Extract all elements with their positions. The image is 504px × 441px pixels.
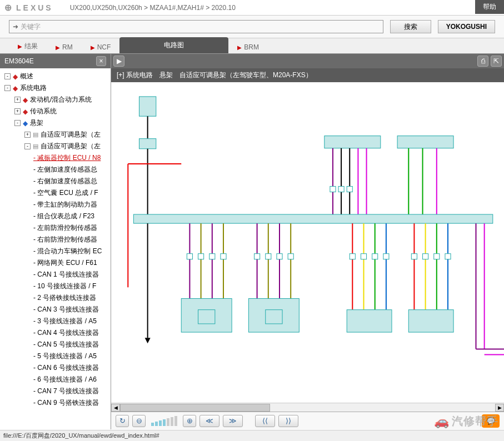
sidebar-close-button[interactable]: × <box>96 56 106 66</box>
tree-item[interactable]: +◆发动机/混合动力系统 <box>0 94 111 106</box>
tree-item[interactable]: - CAN 1 号接线连接器 <box>0 269 111 280</box>
prev-page-button[interactable]: ⟨⟨ <box>255 415 275 427</box>
expand-icon[interactable]: + <box>24 132 31 138</box>
expand-icon[interactable]: - <box>14 120 21 126</box>
tree-item[interactable]: - 混合动力车辆控制 EC <box>0 245 111 257</box>
last-page-button[interactable]: ≫ <box>223 415 243 427</box>
tree-label: - 空气囊 ECU 总成 / F <box>33 188 98 198</box>
tree-label: 系统电路 <box>20 83 47 93</box>
svg-rect-61 <box>330 187 336 192</box>
diagram-toolbar: ▶ ⎙ ⇱ <box>111 54 504 68</box>
tree-label: - 网络网关 ECU / F61 <box>33 258 97 268</box>
zoom-out-button[interactable]: ⊖ <box>132 415 146 427</box>
doc-icon: ▤ <box>33 131 38 138</box>
tree-item[interactable]: -▤自适应可调悬架（左 <box>0 141 111 152</box>
tree-item[interactable]: - CAN 6 号接线连接器 <box>0 362 111 374</box>
tree-item[interactable]: - 空气囊 ECU 总成 / F <box>0 187 111 199</box>
search-arrow-icon: ➜ <box>13 23 18 31</box>
diagram-title: [+] 系统电路 悬架 自适应可调悬架（左驾驶车型、M20A-FXS） <box>111 68 504 82</box>
tree-item[interactable]: -◆概述 <box>0 71 111 82</box>
print-button[interactable]: ⎙ <box>477 56 488 67</box>
zoom-level-indicator[interactable] <box>149 416 179 426</box>
svg-rect-52 <box>288 254 293 259</box>
car-icon: 🚗 <box>434 414 450 429</box>
tree-item[interactable]: - CAN 9 号搭铁连接器 <box>0 397 111 409</box>
search-button[interactable]: 搜索 <box>390 20 431 33</box>
tree-item[interactable]: +▤自适应可调悬架（左 <box>0 129 111 141</box>
svg-rect-16 <box>133 214 492 223</box>
tree-item[interactable]: - 2 号搭铁接线连接器 <box>0 292 111 304</box>
tree-label: - 右前防滑控制传感器 <box>33 235 97 244</box>
tree-item[interactable]: +◆传动系统 <box>0 106 111 117</box>
expand-icon[interactable]: - <box>4 73 11 79</box>
tree-item[interactable]: - 右前防滑控制传感器 <box>0 234 111 245</box>
tree-item[interactable]: - 5 号接线连接器 / A5 <box>0 350 111 362</box>
tree-item[interactable]: - 3 号接线连接器 / A5 <box>0 315 111 327</box>
app-header: ⊕LEXUS UX200,UX250h,UX260h > MZAA1#,MZAH… <box>0 0 504 16</box>
search-input[interactable]: ➜ 关键字 <box>9 20 383 33</box>
scroll-left-button[interactable]: ◀ <box>111 404 120 412</box>
scroll-right-button[interactable]: ▶ <box>495 404 504 412</box>
tree-label: - 组合仪表总成 / F23 <box>33 212 94 221</box>
tab-ncf[interactable]: ▶NCF <box>82 41 120 53</box>
tree-item[interactable]: - CAN 5 号接线连接器 <box>0 339 111 350</box>
zoom-in-button[interactable]: ⊕ <box>183 415 196 427</box>
tree-item[interactable]: - 6 号接线连接器 / A6 <box>0 374 111 385</box>
play-button[interactable]: ▶ <box>113 56 124 67</box>
tab-rm[interactable]: ▶RM <box>47 41 82 53</box>
tree-label: - 2 号搭铁接线连接器 <box>33 293 96 303</box>
tree-label: - 6 号接线连接器 / A6 <box>33 375 97 384</box>
circuit-diagram[interactable] <box>111 82 504 403</box>
tree-item[interactable]: - CAN 7 号接线连接器 <box>0 385 111 397</box>
tree-label: - 右侧加速度传感器总 <box>33 177 97 186</box>
svg-rect-7 <box>397 136 453 148</box>
diagram-area: ▶ ⎙ ⇱ [+] 系统电路 悬架 自适应可调悬架（左驾驶车型、M20A-FXS… <box>111 54 504 429</box>
svg-rect-48 <box>221 254 226 259</box>
book-icon: ◆ <box>13 84 18 92</box>
yokogushi-button[interactable]: YOKOGUSHI <box>438 20 495 33</box>
refresh-button[interactable]: ↻ <box>116 415 129 427</box>
svg-rect-50 <box>266 254 271 259</box>
book-icon: ◆ <box>23 108 28 116</box>
tree-item[interactable]: - 左前防滑控制传感器 <box>0 222 111 234</box>
doc-icon: ▤ <box>33 143 38 150</box>
tree-item[interactable]: - 10 号接线连接器 / F <box>0 280 111 292</box>
help-button[interactable]: 帮助 <box>475 0 504 14</box>
tree-item[interactable]: - 左侧加速度传感器总 <box>0 164 111 176</box>
tree-item[interactable]: - 减振器控制 ECU / N8 <box>0 152 111 164</box>
export-button[interactable]: ⇱ <box>491 56 502 67</box>
svg-rect-40 <box>408 310 453 332</box>
tab-ewd[interactable]: 电路图 <box>119 37 228 53</box>
nav-tree[interactable]: -◆概述-◆系统电路+◆发动机/混合动力系统+◆传动系统-◆悬架+▤自适应可调悬… <box>0 68 111 429</box>
tree-item[interactable]: - CAN 3 号接线连接器 <box>0 304 111 315</box>
tab-brm[interactable]: ▶BRM <box>228 41 268 53</box>
tree-item[interactable]: - 网络网关 ECU / F61 <box>0 257 111 269</box>
tree-item[interactable]: - 带主缸的制动助力器 <box>0 199 111 211</box>
svg-rect-46 <box>198 254 204 259</box>
svg-rect-47 <box>209 254 215 259</box>
tree-item[interactable]: -◆系统电路 <box>0 82 111 94</box>
expand-icon[interactable]: - <box>24 143 31 149</box>
tree-label: 概述 <box>20 72 33 81</box>
svg-rect-57 <box>411 254 417 259</box>
tree-label: - CAN 6 号接线连接器 <box>33 363 99 373</box>
expand-icon[interactable]: + <box>14 108 21 114</box>
expand-icon[interactable]: - <box>4 85 11 91</box>
sidebar-title: EM3604E <box>4 57 34 65</box>
h-scrollbar[interactable]: ◀ ▶ <box>111 403 504 412</box>
tree-item[interactable]: - 右侧加速度传感器总 <box>0 176 111 187</box>
tree-label: - 左侧加速度传感器总 <box>33 165 97 174</box>
tree-label: 发动机/混合动力系统 <box>30 95 92 104</box>
tree-label: - 3 号接线连接器 / A5 <box>33 317 97 326</box>
next-page-button[interactable]: ⟩⟩ <box>278 415 298 427</box>
expand-icon[interactable]: + <box>14 97 21 103</box>
tree-item[interactable]: - 组合仪表总成 / F23 <box>0 211 111 222</box>
tree-label: - CAN 5 号接线连接器 <box>33 340 99 349</box>
sidebar-header: EM3604E × <box>0 54 111 68</box>
tree-item[interactable]: -◆悬架 <box>0 117 111 129</box>
svg-rect-49 <box>255 254 260 259</box>
first-page-button[interactable]: ≪ <box>199 415 219 427</box>
tree-label: 自适应可调悬架（左 <box>41 130 101 139</box>
tree-item[interactable]: - CAN 4 号接线连接器 <box>0 327 111 339</box>
tab-result[interactable]: ▶结果 <box>9 39 47 53</box>
